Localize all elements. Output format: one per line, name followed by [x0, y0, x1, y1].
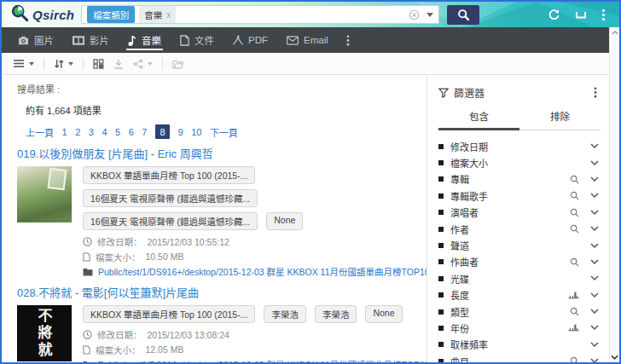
filter-composer[interactable]: 作曲者 — [438, 254, 604, 270]
tag-chip[interactable]: KKBOX 華語單曲月榜 Top 100 (2015-... — [83, 305, 255, 323]
vertical-scrollbar[interactable] — [609, 27, 619, 362]
chevron-down-icon[interactable] — [590, 176, 599, 182]
share-button[interactable] — [133, 59, 153, 69]
filter-more-icon[interactable] — [594, 87, 597, 98]
download-button[interactable] — [113, 59, 124, 69]
tag-chip[interactable]: 16個夏天 電視原聲帶 (錯過與遺憾珍藏... — [83, 212, 258, 230]
remove-term-icon[interactable]: x — [166, 10, 171, 20]
tag-chip[interactable]: 李榮浩 — [264, 305, 306, 323]
tab-pdf[interactable]: PDF — [223, 27, 277, 53]
tag-chip[interactable]: None — [266, 212, 303, 230]
chevron-down-icon[interactable] — [590, 160, 599, 166]
file-path-link[interactable]: Public/test/1/DS916+/desktop/2015-12-03 … — [98, 265, 427, 278]
search-icon[interactable] — [570, 208, 579, 217]
page-link-1[interactable]: 1 — [62, 127, 67, 137]
search-options-caret-icon[interactable] — [427, 13, 433, 17]
tag-chip[interactable]: 16個夏天 電視原聲帶 (錯過與遺憾珍藏... — [83, 189, 258, 207]
sort-button[interactable] — [54, 59, 73, 69]
page-link-2[interactable]: 2 — [75, 127, 80, 137]
tab-exclude[interactable]: 排除 — [519, 109, 601, 130]
filter-genre[interactable]: 類型 — [438, 303, 604, 320]
chevron-down-icon[interactable] — [590, 342, 599, 348]
filter-album-artist[interactable]: 專輯歌手 — [438, 188, 604, 204]
filter-duration[interactable]: 長度 — [438, 287, 604, 303]
view-mode-button[interactable] — [14, 59, 34, 68]
scroll-down-icon[interactable] — [611, 355, 618, 361]
prev-page-link[interactable]: 上一頁 — [26, 125, 54, 139]
tab-include[interactable]: 包含 — [438, 109, 519, 130]
tag-chip[interactable]: KKBOX 華語單曲月榜 Top 100 (2015-... — [83, 166, 255, 184]
tab-label: PDF — [248, 35, 268, 45]
tag-chip[interactable]: 李榮浩 — [315, 305, 357, 323]
chevron-down-icon[interactable] — [590, 325, 599, 331]
tab-documents[interactable]: 文件 — [171, 27, 223, 53]
result-title-link[interactable]: 019.以後別做朋友 [片尾曲] - Eric 周興哲 — [17, 145, 427, 161]
page-link-9[interactable]: 9 — [178, 127, 183, 137]
filter-disc[interactable]: 光碟 — [438, 270, 604, 286]
next-page-link[interactable]: 下一頁 — [210, 125, 238, 139]
chevron-down-icon[interactable] — [590, 243, 599, 249]
bullet-icon — [438, 259, 444, 264]
chevron-down-icon[interactable] — [590, 210, 599, 216]
search-button[interactable] — [447, 5, 479, 25]
search-icon[interactable] — [570, 224, 579, 234]
refresh-icon[interactable] — [548, 9, 560, 21]
open-folder-button[interactable] — [172, 59, 184, 69]
page-link-6[interactable]: 6 — [129, 127, 134, 137]
range-slider-icon[interactable] — [568, 323, 579, 332]
page-link-8-current[interactable]: 8 — [155, 124, 170, 139]
tab-email[interactable]: Email — [277, 27, 338, 53]
chevron-down-icon[interactable] — [590, 143, 599, 149]
more-tabs-icon[interactable] — [338, 27, 358, 53]
tab-videos[interactable]: 影片 — [63, 27, 119, 53]
page-link-3[interactable]: 3 — [89, 127, 94, 137]
chevron-down-icon[interactable] — [590, 292, 599, 298]
file-size-row: 檔案大小： 12.05 MB — [83, 344, 427, 356]
more-options-icon[interactable] — [601, 9, 606, 21]
result-title-link[interactable]: 028.不將就 - 電影[何以笙簫默]片尾曲 — [17, 284, 427, 300]
tab-music[interactable]: 音樂 — [119, 27, 171, 53]
page-link-5[interactable]: 5 — [115, 127, 120, 137]
page-link-4[interactable]: 4 — [102, 127, 107, 137]
scroll-up-icon[interactable] — [612, 30, 618, 35]
search-filter-chip[interactable]: 檔案類別 — [87, 6, 135, 23]
qsirch-logo-icon — [10, 3, 29, 26]
tag-chip[interactable]: None — [365, 305, 402, 323]
chevron-down-icon[interactable] — [590, 259, 599, 265]
chevron-down-icon[interactable] — [590, 275, 599, 281]
filter-sample-rate[interactable]: 取樣頻率 — [438, 337, 604, 353]
filter-performer[interactable]: 演唱者 — [438, 205, 604, 221]
category-tabbar: 圖片 影片 音樂 文件 — [2, 27, 609, 53]
search-icon[interactable] — [570, 191, 579, 200]
filter-year[interactable]: 年份 — [438, 320, 604, 336]
dock-window-icon[interactable] — [575, 9, 587, 20]
clear-search-icon[interactable] — [409, 9, 420, 20]
filter-modified-date[interactable]: 修改日期 — [438, 138, 604, 154]
chevron-down-icon[interactable] — [590, 226, 599, 232]
search-icon[interactable] — [570, 307, 579, 316]
album-art-text: 不將就 — [34, 308, 55, 359]
page-link-7[interactable]: 7 — [142, 127, 147, 137]
search-icon[interactable] — [570, 356, 579, 362]
search-term-chip[interactable]: 音樂 x — [139, 6, 176, 23]
qsirch-window: Qsirch 檔案類別 音樂 x — [0, 0, 621, 364]
chevron-down-icon[interactable] — [590, 309, 599, 315]
filter-author[interactable]: 作者 — [438, 221, 604, 237]
file-path-link[interactable]: Public/test/1/DS916+/desktop/2015-12-03 … — [98, 358, 427, 362]
search-icon[interactable] — [570, 175, 579, 184]
filter-track[interactable]: 曲目 — [438, 353, 604, 362]
thumbnail-view-button[interactable] — [93, 59, 104, 69]
chevron-down-icon[interactable] — [590, 358, 599, 362]
album-art-thumbnail[interactable]: 不將就 — [17, 305, 72, 361]
filter-file-size[interactable]: 檔案大小 — [438, 154, 604, 170]
bullet-icon — [438, 160, 444, 165]
filter-channels[interactable]: 聲道 — [438, 237, 604, 253]
search-icon[interactable] — [570, 257, 579, 267]
tab-images[interactable]: 圖片 — [9, 27, 63, 53]
album-art-thumbnail[interactable] — [17, 166, 72, 222]
search-input[interactable]: 檔案類別 音樂 x — [81, 5, 439, 24]
filter-album[interactable]: 專輯 — [438, 171, 604, 188]
range-slider-icon[interactable] — [568, 291, 579, 300]
page-link-10[interactable]: 10 — [191, 127, 201, 137]
chevron-down-icon[interactable] — [590, 193, 599, 199]
